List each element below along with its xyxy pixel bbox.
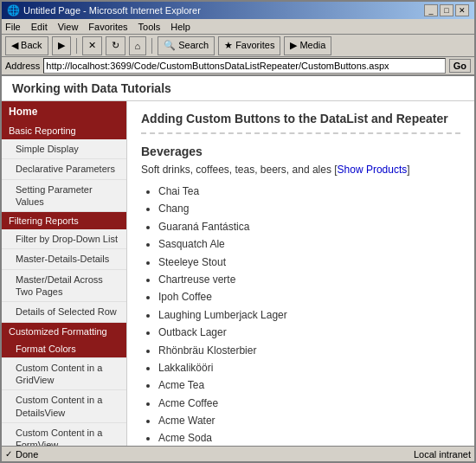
list-item: Chang xyxy=(158,200,460,217)
search-button[interactable]: 🔍 Search xyxy=(158,36,215,55)
menu-edit[interactable]: Edit xyxy=(31,22,48,32)
toolbar-separator-1 xyxy=(76,38,77,54)
sidebar-item-declarative-parameters[interactable]: Declarative Parameters xyxy=(2,159,126,179)
back-button[interactable]: ◀ Back xyxy=(5,36,48,55)
go-button[interactable]: Go xyxy=(449,59,471,73)
browser-icon: 🌐 xyxy=(7,4,20,16)
menu-help[interactable]: Help xyxy=(170,22,190,32)
list-item: Acme Coffee xyxy=(158,395,460,412)
sidebar-item-master-detail-pages[interactable]: Master/Detail Across Two Pages xyxy=(2,270,126,303)
sidebar-item-custom-formview[interactable]: Custom Content in a FormView xyxy=(2,423,126,446)
title-bar: 🌐 Untitled Page - Microsoft Internet Exp… xyxy=(2,2,474,19)
home-button[interactable]: ⌂ xyxy=(129,36,147,55)
window-controls: _ □ ✕ xyxy=(424,4,469,16)
sidebar-item-custom-detailsview[interactable]: Custom Content in a DetailsView xyxy=(2,390,126,423)
sidebar: Home Basic Reporting Simple Display Decl… xyxy=(2,101,127,446)
address-input[interactable] xyxy=(43,58,445,74)
toolbar: ◀ Back ▶ ✕ ↻ ⌂ 🔍 Search ★ Favorites ▶ Me… xyxy=(2,35,474,57)
status-text: Done xyxy=(16,449,38,460)
list-item: Chartreuse verte xyxy=(158,271,460,288)
maximize-button[interactable]: □ xyxy=(440,4,453,16)
close-button[interactable]: ✕ xyxy=(455,4,469,16)
sidebar-section-customized-formatting[interactable]: Customized Formatting xyxy=(2,323,126,340)
menu-tools[interactable]: Tools xyxy=(138,22,161,32)
address-label: Address xyxy=(5,61,40,71)
page-banner: Working with Data Tutorials xyxy=(2,76,474,101)
sidebar-item-filter-dropdown[interactable]: Filter by Drop-Down List xyxy=(2,229,126,249)
stop-button[interactable]: ✕ xyxy=(82,36,102,55)
browser-window: 🌐 Untitled Page - Microsoft Internet Exp… xyxy=(0,0,476,463)
list-item: Laughing Lumberjack Lager xyxy=(158,306,460,324)
beverages-show-products-link[interactable]: Show Products xyxy=(338,164,408,176)
beverages-section: Beverages Soft drinks, coffees, teas, be… xyxy=(141,145,460,446)
sidebar-item-details-selected-row[interactable]: Details of Selected Row xyxy=(2,302,126,322)
main-content: Adding Custom Buttons to the DataList an… xyxy=(127,101,474,446)
address-bar: Address Go xyxy=(2,57,474,76)
sidebar-item-custom-gridview[interactable]: Custom Content in a GridView xyxy=(2,358,126,391)
sidebar-item-master-details-details[interactable]: Master-Details-Details xyxy=(2,249,126,269)
list-item: Guaraná Fantástica xyxy=(158,218,460,235)
status-left: ✓ Done xyxy=(5,449,38,460)
sidebar-item-setting-parameter-values[interactable]: Setting Parameter Values xyxy=(2,180,126,213)
status-icon: ✓ xyxy=(5,449,12,459)
status-zone: Local intranet xyxy=(414,449,471,460)
menu-favorites[interactable]: Favorites xyxy=(88,22,127,32)
sidebar-home[interactable]: Home xyxy=(2,101,126,122)
list-item: Sasquatch Ale xyxy=(158,235,460,253)
minimize-button[interactable]: _ xyxy=(424,4,438,16)
list-item: Acme Tea xyxy=(158,376,460,394)
list-item: Rhönbräu Klosterbier xyxy=(158,342,460,359)
toolbar-separator-2 xyxy=(151,38,152,54)
list-item: Acme Soda xyxy=(158,429,460,446)
sidebar-item-simple-display[interactable]: Simple Display xyxy=(2,139,126,159)
list-item: Outback Lager xyxy=(158,324,460,341)
beverages-product-list: Chai Tea Chang Guaraná Fantástica Sasqua… xyxy=(158,183,460,446)
page-title: Adding Custom Buttons to the DataList an… xyxy=(141,112,460,134)
content-area: Home Basic Reporting Simple Display Decl… xyxy=(2,101,474,446)
favorites-button[interactable]: ★ Favorites xyxy=(218,36,280,55)
menu-bar: File Edit View Favorites Tools Help xyxy=(2,19,474,35)
sidebar-item-format-colors[interactable]: Format Colors xyxy=(2,340,126,358)
list-item: Lakkalikööri xyxy=(158,359,460,376)
media-button[interactable]: ▶ Media xyxy=(284,36,331,55)
refresh-button[interactable]: ↻ xyxy=(106,36,125,55)
list-item: Chai Tea xyxy=(158,183,460,200)
menu-file[interactable]: File xyxy=(5,22,21,32)
list-item: Steeleye Stout xyxy=(158,254,460,271)
forward-button[interactable]: ▶ xyxy=(52,36,71,55)
beverages-description: Soft drinks, coffees, teas, beers, and a… xyxy=(141,164,460,176)
window-title: Untitled Page - Microsoft Internet Explo… xyxy=(23,5,201,16)
menu-view[interactable]: View xyxy=(58,22,79,32)
list-item: Acme Water xyxy=(158,412,460,429)
sidebar-section-basic-reporting[interactable]: Basic Reporting xyxy=(2,122,126,139)
beverages-title: Beverages xyxy=(141,145,460,158)
list-item: Ipoh Coffee xyxy=(158,288,460,305)
sidebar-section-filtering-reports[interactable]: Filtering Reports xyxy=(2,212,126,229)
status-bar: ✓ Done Local intranet xyxy=(2,446,474,461)
